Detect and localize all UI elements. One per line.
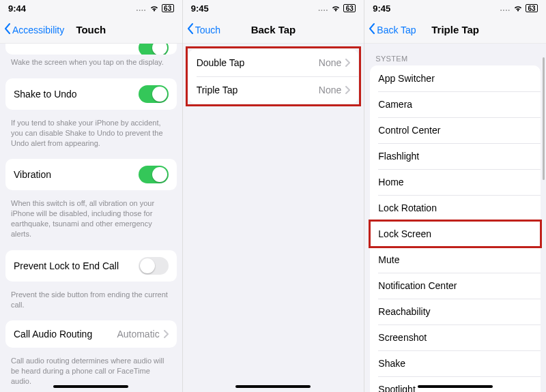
status-time: 9:45	[373, 3, 390, 14]
chevron-right-icon	[164, 330, 169, 338]
double-tap-value: None	[319, 57, 341, 68]
call-audio-value: Automatic	[117, 329, 159, 340]
system-action-row[interactable]: Reachability	[370, 299, 541, 325]
partial-row-tap-to-wake	[5, 44, 177, 55]
status-bar: 9:44 .... 63	[0, 0, 182, 16]
system-action-label: Shake	[378, 358, 532, 369]
back-button[interactable]: Touch	[183, 23, 220, 36]
system-action-row[interactable]: Shake	[370, 350, 541, 376]
call-audio-group: Call Audio Routing Automatic	[5, 320, 177, 348]
status-time: 9:45	[191, 3, 209, 14]
system-action-label: Camera	[378, 99, 532, 110]
system-action-label: Control Center	[378, 125, 532, 136]
system-action-label: Home	[378, 177, 532, 187]
prevent-lock-row[interactable]: Prevent Lock to End Call	[5, 250, 177, 282]
system-action-label: Notification Center	[378, 280, 532, 291]
nav-bar: Back Tap Triple Tap	[364, 16, 546, 44]
phone-2-back-tap-settings: 9:45 .... 63 Touch Back Tap Double Tap N…	[182, 0, 364, 392]
system-action-row[interactable]: Spotlight	[370, 376, 541, 392]
back-label: Back Tap	[377, 25, 416, 35]
wifi-icon	[331, 5, 341, 12]
wifi-icon	[149, 5, 159, 12]
system-action-row[interactable]: Lock Screen	[370, 221, 541, 247]
system-action-row[interactable]: Flashlight	[370, 143, 541, 169]
chevron-left-icon	[4, 23, 12, 36]
call-audio-row[interactable]: Call Audio Routing Automatic	[5, 320, 177, 348]
triple-tap-label: Triple Tap	[197, 85, 319, 95]
home-indicator[interactable]	[235, 385, 311, 388]
system-action-row[interactable]: Camera	[370, 91, 541, 117]
status-bar: 9:45 .... 63	[183, 0, 364, 16]
battery-icon: 63	[162, 4, 174, 12]
settings-content[interactable]: Double Tap None Triple Tap None	[183, 44, 364, 392]
prevent-lock-toggle[interactable]	[139, 257, 169, 275]
system-action-label: Lock Screen	[378, 228, 532, 239]
back-label: Accessibility	[12, 25, 64, 35]
shake-to-undo-group: Shake to Undo	[5, 78, 177, 110]
system-actions-list: App SwitcherCameraControl CenterFlashlig…	[370, 65, 541, 392]
back-tap-options-group: Double Tap None Triple Tap None	[188, 49, 359, 104]
cellular-dots-icon: ....	[318, 5, 328, 12]
status-bar: 9:45 .... 63	[364, 0, 546, 16]
scrollbar[interactable]	[543, 57, 545, 180]
vibration-label: Vibration	[14, 169, 139, 180]
shake-to-undo-toggle[interactable]	[139, 85, 169, 103]
phone-3-triple-tap-settings: 9:45 .... 63 Back Tap Triple Tap SYSTEM …	[364, 0, 546, 392]
shake-to-undo-label: Shake to Undo	[14, 89, 139, 100]
home-indicator[interactable]	[53, 385, 128, 388]
status-icons: .... 63	[136, 4, 174, 12]
phone-1-touch-settings: 9:44 .... 63 Accessibility Touch Wake th…	[0, 0, 182, 392]
tap-to-wake-toggle[interactable]	[139, 44, 169, 55]
chevron-right-icon	[345, 86, 350, 94]
prevent-lock-desc: Prevent the side button from ending the …	[0, 287, 182, 316]
triple-tap-value: None	[319, 85, 341, 95]
nav-bar: Touch Back Tap	[183, 16, 364, 44]
system-action-label: Mute	[378, 254, 532, 265]
system-action-label: Reachability	[378, 306, 532, 317]
system-action-row[interactable]: Lock Rotation	[370, 195, 541, 221]
shake-to-undo-row[interactable]: Shake to Undo	[5, 78, 177, 110]
system-action-row[interactable]: Notification Center	[370, 273, 541, 299]
triple-tap-row[interactable]: Triple Tap None	[188, 76, 359, 104]
settings-content[interactable]: SYSTEM App SwitcherCameraControl CenterF…	[364, 44, 546, 392]
status-time: 9:44	[8, 3, 26, 14]
status-icons: .... 63	[318, 4, 356, 12]
double-tap-row[interactable]: Double Tap None	[188, 49, 359, 76]
back-label: Touch	[195, 25, 220, 35]
system-action-label: Screenshot	[378, 332, 532, 343]
chevron-left-icon	[369, 23, 377, 36]
double-tap-label: Double Tap	[197, 57, 319, 68]
shake-to-undo-desc: If you tend to shake your iPhone by acci…	[0, 115, 182, 154]
battery-icon: 63	[343, 4, 356, 12]
system-action-row[interactable]: Home	[370, 169, 541, 195]
system-action-row[interactable]: App Switcher	[370, 65, 541, 91]
prevent-lock-group: Prevent Lock to End Call	[5, 250, 177, 282]
nav-bar: Accessibility Touch	[0, 16, 182, 44]
vibration-toggle[interactable]	[139, 166, 169, 183]
system-action-row[interactable]: Mute	[370, 247, 541, 273]
home-indicator[interactable]	[418, 385, 493, 388]
cellular-dots-icon: ....	[500, 5, 511, 12]
chevron-left-icon	[187, 23, 195, 36]
back-button[interactable]: Back Tap	[364, 23, 416, 36]
vibration-group: Vibration	[5, 159, 177, 190]
back-button[interactable]: Accessibility	[0, 23, 64, 36]
vibration-row[interactable]: Vibration	[5, 159, 177, 190]
system-action-label: App Switcher	[378, 73, 532, 84]
status-icons: .... 63	[500, 4, 538, 12]
system-action-label: Flashlight	[378, 151, 532, 162]
settings-content[interactable]: Wake the screen when you tap on the disp…	[0, 44, 182, 392]
battery-icon: 63	[526, 4, 538, 12]
vibration-desc: When this switch is off, all vibration o…	[0, 196, 182, 244]
section-header-system: SYSTEM	[364, 44, 546, 65]
chevron-right-icon	[345, 59, 350, 67]
system-action-label: Lock Rotation	[378, 202, 532, 213]
tap-to-wake-desc: Wake the screen when you tap on the disp…	[0, 55, 182, 73]
cellular-dots-icon: ....	[136, 5, 147, 12]
prevent-lock-label: Prevent Lock to End Call	[14, 260, 139, 271]
system-action-row[interactable]: Screenshot	[370, 325, 541, 350]
system-action-row[interactable]: Control Center	[370, 117, 541, 143]
call-audio-label: Call Audio Routing	[14, 329, 117, 340]
wifi-icon	[513, 5, 523, 12]
